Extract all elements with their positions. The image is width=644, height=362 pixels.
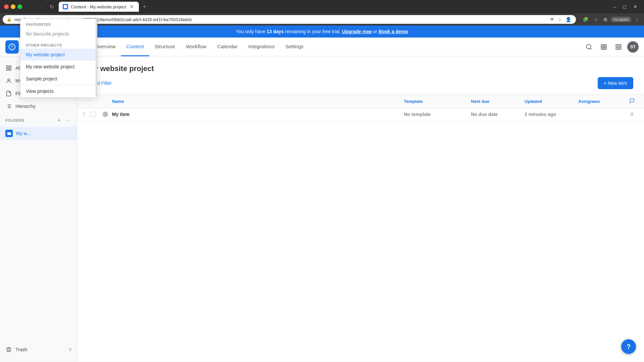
other-projects-section-title: OTHER PROJECTS bbox=[20, 40, 97, 49]
main-content: My website project + Add Filter + New it… bbox=[77, 56, 644, 361]
hierarchy-icon bbox=[5, 103, 12, 110]
comments-col-header bbox=[625, 98, 639, 105]
active-tab[interactable]: Content - My website project ✕ bbox=[59, 2, 139, 12]
status-dot bbox=[103, 112, 108, 117]
row-checkbox-container[interactable] bbox=[91, 112, 103, 117]
tab-bar: Content - My website project ✕ + bbox=[59, 2, 608, 12]
trial-text-mid: remaining in your free trial. bbox=[284, 29, 342, 34]
trash-icon bbox=[5, 346, 12, 353]
dropdown-project-2[interactable]: Sample project bbox=[20, 73, 97, 85]
window-maximize-button[interactable] bbox=[17, 4, 22, 9]
dropdown-scrollbar bbox=[96, 19, 97, 97]
nav-calendar[interactable]: Calendar bbox=[212, 38, 243, 56]
no-favourites-item: No favourite projects. bbox=[20, 28, 97, 40]
sidebar-item-hierarchy[interactable]: Hierarchy bbox=[0, 100, 77, 113]
row-name-cell: My item bbox=[112, 112, 404, 117]
nav-content[interactable]: Content bbox=[121, 38, 150, 56]
upgrade-now-link[interactable]: Upgrade now bbox=[342, 29, 372, 34]
nav-structure[interactable]: Structure bbox=[149, 38, 180, 56]
star-icon[interactable]: ☆ bbox=[557, 16, 563, 23]
nav-integrations[interactable]: Integrations bbox=[243, 38, 280, 56]
share-button[interactable] bbox=[598, 41, 610, 53]
trash-label: Trash bbox=[15, 347, 66, 352]
svg-rect-11 bbox=[6, 69, 8, 70]
extensions-button[interactable]: 🧩 bbox=[581, 16, 590, 23]
svg-rect-6 bbox=[619, 47, 621, 49]
folders-section-label: FOLDERS bbox=[5, 118, 24, 122]
template-col-header[interactable]: Template bbox=[404, 99, 471, 104]
help-button[interactable]: ? bbox=[621, 339, 636, 354]
new-item-button[interactable]: + New item bbox=[598, 77, 633, 89]
status-indicator bbox=[103, 112, 112, 117]
assignees-col-header[interactable]: Assignees bbox=[578, 99, 625, 104]
search-button[interactable] bbox=[583, 41, 595, 53]
row-name: My item bbox=[112, 112, 129, 117]
content-title: My website project bbox=[88, 64, 633, 73]
eyeoff-icon[interactable]: 👁 bbox=[549, 16, 555, 23]
row-checkbox[interactable] bbox=[91, 112, 96, 117]
dropdown-project-0[interactable]: My website project bbox=[20, 49, 97, 61]
content-table: Name Template Next due Updated Assignees… bbox=[77, 95, 644, 361]
window-close-button[interactable] bbox=[4, 4, 9, 9]
nav-workflow[interactable]: Workflow bbox=[180, 38, 212, 56]
svg-rect-7 bbox=[616, 47, 618, 49]
content-header: My website project + Add Filter + New it… bbox=[77, 56, 644, 95]
favourites-section-title: FAVOURITES bbox=[20, 19, 97, 28]
sidebar: All items My assignments Files bbox=[0, 56, 77, 361]
folder-menu-button[interactable]: ⋯ bbox=[64, 117, 71, 124]
app-body: All items My assignments Files bbox=[0, 56, 644, 361]
dropdown-project-1[interactable]: My new website project bbox=[20, 61, 97, 73]
view-all-projects-link[interactable]: View projects bbox=[20, 85, 97, 97]
svg-rect-5 bbox=[619, 44, 621, 46]
dropdown-scroll: FAVOURITES No favourite projects. OTHER … bbox=[20, 19, 97, 97]
trial-text-pre: You only have bbox=[236, 29, 266, 34]
forward-button[interactable]: → bbox=[37, 3, 45, 10]
app-logo[interactable] bbox=[5, 40, 19, 54]
table-header: Name Template Next due Updated Assignees bbox=[77, 95, 644, 108]
trash-count: 0 bbox=[69, 347, 71, 352]
back-button[interactable]: ← bbox=[28, 3, 36, 10]
sidebar-item-trash[interactable]: Trash 0 bbox=[0, 343, 77, 356]
refresh-button[interactable]: ↻ bbox=[48, 3, 56, 11]
book-demo-link[interactable]: Book a demo bbox=[379, 29, 408, 34]
nav-settings[interactable]: Settings bbox=[280, 38, 309, 56]
drag-handle-icon: ⠿ bbox=[83, 112, 86, 117]
sidebar-folder-my-website[interactable]: My w... bbox=[0, 127, 77, 140]
window-controls bbox=[4, 4, 22, 9]
minimize-window-button[interactable]: – bbox=[610, 3, 619, 11]
close-window-button[interactable]: ✕ bbox=[631, 3, 640, 11]
avatar[interactable]: ST bbox=[627, 41, 639, 53]
row-updated-cell: 2 minutes ago bbox=[525, 112, 578, 117]
grid-button[interactable] bbox=[612, 41, 625, 53]
updated-col-header[interactable]: Updated bbox=[525, 99, 578, 104]
row-comments-cell: 0 bbox=[625, 112, 639, 117]
hierarchy-label: Hierarchy bbox=[15, 104, 68, 109]
drag-handle[interactable]: ⠿ bbox=[83, 112, 91, 117]
svg-line-2 bbox=[590, 48, 592, 49]
menu-button[interactable]: ⋮ bbox=[633, 16, 641, 23]
name-col-header[interactable]: Name bbox=[112, 99, 404, 104]
svg-rect-9 bbox=[9, 66, 11, 67]
restore-window-button[interactable]: ◻ bbox=[620, 3, 629, 11]
row-updated: 2 minutes ago bbox=[525, 112, 556, 117]
table-row[interactable]: ⠿ My item No template No due bbox=[77, 108, 644, 121]
bookmark-button[interactable]: ☆ bbox=[592, 16, 600, 23]
row-template: No template bbox=[404, 112, 431, 117]
all-items-icon bbox=[5, 65, 12, 71]
window-minimize-button[interactable] bbox=[11, 4, 15, 9]
sidebar-bottom: Trash 0 bbox=[0, 338, 77, 356]
svg-rect-4 bbox=[616, 44, 618, 46]
tab-close-button[interactable]: ✕ bbox=[129, 4, 135, 10]
sidebar-button[interactable]: ⊞ bbox=[601, 16, 609, 23]
profile-icon[interactable]: 👤 bbox=[565, 16, 572, 23]
svg-point-1 bbox=[587, 44, 591, 49]
add-folder-button[interactable]: + bbox=[55, 117, 63, 124]
due-col-header[interactable]: Next due bbox=[471, 99, 525, 104]
row-template-cell: No template bbox=[404, 112, 471, 117]
row-comments-count: 0 bbox=[631, 112, 633, 117]
project-dropdown: FAVOURITES No favourite projects. OTHER … bbox=[20, 19, 97, 98]
nav-arrows: ← → bbox=[28, 3, 45, 10]
incognito-badge[interactable]: Incognito bbox=[611, 17, 631, 22]
new-tab-button[interactable]: + bbox=[140, 2, 149, 12]
folders-actions: + ⋯ bbox=[55, 117, 71, 124]
